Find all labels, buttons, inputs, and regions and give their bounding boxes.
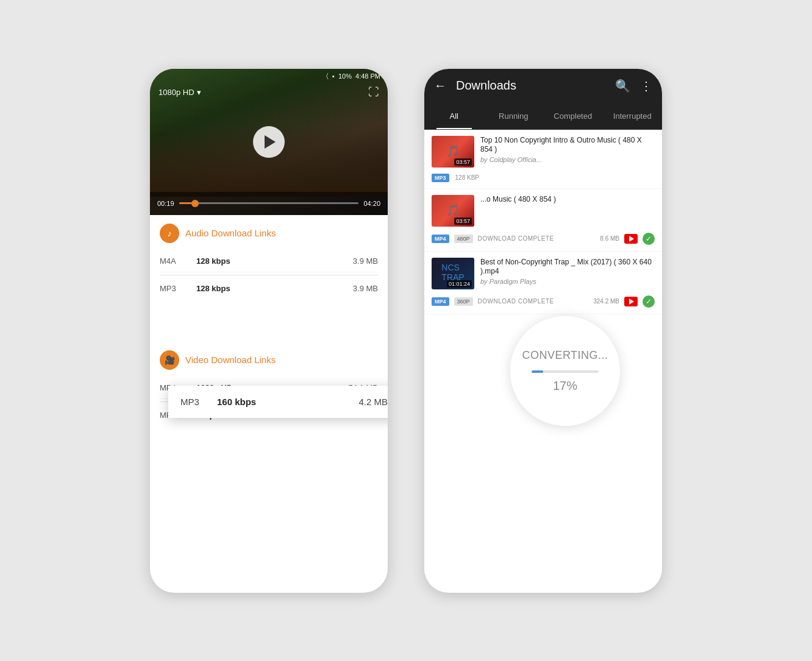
download-item-3-bottom: MP4 360P DOWNLOAD COMPLETE 324.2 MB ✓ xyxy=(432,295,655,308)
chevron-down-icon: ▾ xyxy=(197,88,201,97)
tab-interrupted[interactable]: Interrupted xyxy=(603,103,663,129)
download-item-1: 🎵 03:57 Top 10 Non Copyright Intro & Out… xyxy=(424,130,662,189)
audio-row-1[interactable]: M4A 128 kbps 3.9 MB xyxy=(160,250,378,272)
video-controls-top: 1080p HD ▾ ⛶ xyxy=(150,86,388,99)
quality-128-2: 128 kbps xyxy=(196,284,353,293)
check-icon-3: ✓ xyxy=(643,295,655,308)
format-badge-1: MP3 xyxy=(432,174,449,182)
battery-text: 10% xyxy=(338,72,352,80)
tabs-bar: All Running Completed Interrupted xyxy=(424,103,662,130)
download-info-3: Best of Non-Copyright Trap _ Mix (2017) … xyxy=(480,258,655,285)
status-text-3: DOWNLOAD COMPLETE xyxy=(478,298,589,305)
size-3: 324.2 MB xyxy=(593,298,619,305)
highlighted-download-row[interactable]: MP3 160 kbps 4.2 MB xyxy=(168,386,388,418)
wifi-icon: 〈 xyxy=(326,72,329,80)
thumbnail-3: NCSTRAP 01:01:24 xyxy=(432,258,474,289)
play-icon xyxy=(265,135,276,149)
time-text: 4:48 PM xyxy=(355,72,380,80)
format-badge-2: MP4 xyxy=(432,235,449,243)
search-icon[interactable]: 🔍 xyxy=(615,79,630,93)
download-item-2-bottom: MP4 480P DOWNLOAD COMPLETE 8.6 MB ✓ xyxy=(432,233,655,245)
audio-section-header: ♪ Audio Download Links xyxy=(160,215,378,250)
download-info-1: Top 10 Non Copyright Intro & Outro Music… xyxy=(480,136,655,163)
thumb-duration-2: 03:57 xyxy=(454,217,472,225)
play-button[interactable] xyxy=(253,126,285,158)
current-time: 00:19 xyxy=(157,200,174,207)
highlighted-format: MP3 xyxy=(180,397,217,407)
quality-badge-3: 360P xyxy=(454,297,473,306)
thumbnail-1: 🎵 03:57 xyxy=(432,136,474,168)
size-3-9-2: 3.9 MB xyxy=(353,284,378,293)
thumb-duration-3: 01:01:24 xyxy=(447,280,472,288)
download-author-3: by Paradigm Plays xyxy=(480,278,655,285)
quality-128-1: 128 kbps xyxy=(196,256,353,266)
total-time: 04:20 xyxy=(363,200,380,207)
format-m4a: M4A xyxy=(160,256,196,266)
converting-progress-track xyxy=(532,370,599,373)
video-section-title: Video Download Links xyxy=(185,355,276,365)
format-mp3: MP3 xyxy=(160,284,196,293)
highlighted-quality: 160 kbps xyxy=(217,397,358,407)
thumb-logo-1: 🎵 xyxy=(446,144,460,157)
check-icon-2: ✓ xyxy=(643,233,655,245)
thumb-duration-1: 03:57 xyxy=(454,158,472,166)
tab-running[interactable]: Running xyxy=(484,103,544,129)
highlighted-size: 4.2 MB xyxy=(358,397,388,407)
converting-text: CONVERTING... xyxy=(522,349,608,362)
status-text-2: DOWNLOAD COMPLETE xyxy=(478,235,596,242)
kbps-1: 128 KBP xyxy=(455,174,479,181)
video-section-header: 🎥 Video Download Links xyxy=(160,342,378,377)
download-item-1-top: 🎵 03:57 Top 10 Non Copyright Intro & Out… xyxy=(432,136,655,168)
youtube-icon-2[interactable] xyxy=(624,234,638,244)
youtube-icon-3[interactable] xyxy=(624,297,638,306)
back-button[interactable]: ← xyxy=(434,79,446,93)
size-2: 8.6 MB xyxy=(600,235,619,242)
size-3-9-1: 3.9 MB xyxy=(353,256,378,266)
download-title-1: Top 10 Non Copyright Intro & Outro Music… xyxy=(480,136,655,155)
left-phone: 〈 ▪ 10% 4:48 PM 1080p HD ▾ ⛶ 00:19 04:20 xyxy=(150,69,388,593)
format-badge-3: MP4 xyxy=(432,297,449,306)
video-player: 〈 ▪ 10% 4:48 PM 1080p HD ▾ ⛶ 00:19 04:20 xyxy=(150,69,388,215)
signal-icon: ▪ xyxy=(332,72,335,80)
audio-section-title: Audio Download Links xyxy=(185,228,276,238)
download-item-3-top: NCSTRAP 01:01:24 Best of Non-Copyright T… xyxy=(432,258,655,289)
progress-bar-area: 00:19 04:20 xyxy=(150,192,388,215)
download-info-2: ...o Music ( 480 X 854 ) xyxy=(480,195,655,206)
download-item-2: 🎵 03:57 ...o Music ( 480 X 854 ) MP4 480… xyxy=(424,189,662,252)
status-bar: 〈 ▪ 10% 4:48 PM xyxy=(150,69,388,83)
converting-progress-fill xyxy=(532,370,543,373)
progress-fill xyxy=(179,202,192,204)
download-title-2: ...o Music ( 480 X 854 ) xyxy=(480,195,655,205)
download-title-3: Best of Non-Copyright Trap _ Mix (2017) … xyxy=(480,258,655,277)
downloads-list: 🎵 03:57 Top 10 Non Copyright Intro & Out… xyxy=(424,130,662,590)
section-divider-1 xyxy=(160,275,378,275)
more-options-icon[interactable]: ⋮ xyxy=(640,79,652,93)
progress-track[interactable] xyxy=(179,202,359,204)
thumb-logo-3: NCSTRAP xyxy=(441,263,464,282)
thumbnail-2: 🎵 03:57 xyxy=(432,195,474,227)
converting-percent: 17% xyxy=(553,379,577,393)
video-icon: 🎥 xyxy=(160,350,179,370)
tab-completed[interactable]: Completed xyxy=(543,103,603,129)
download-author-1: by Coldplay Officia... xyxy=(480,156,655,163)
thumb-logo-2: 🎵 xyxy=(446,203,460,216)
quality-badge-2: 480P xyxy=(454,235,473,243)
resolution-label: 1080p HD xyxy=(158,88,194,97)
right-phone: ← Downloads 🔍 ⋮ All Running Completed In… xyxy=(424,69,662,593)
audio-row-2[interactable]: MP3 128 kbps 3.9 MB xyxy=(160,278,378,299)
audio-download-section: ♪ Audio Download Links M4A 128 kbps 3.9 … xyxy=(150,215,388,299)
download-item-3: NCSTRAP 01:01:24 Best of Non-Copyright T… xyxy=(424,252,662,314)
download-item-1-bottom: MP3 128 KBP xyxy=(432,174,655,182)
fullscreen-icon[interactable]: ⛶ xyxy=(368,86,379,99)
resolution-badge[interactable]: 1080p HD ▾ xyxy=(158,88,201,97)
converting-overlay: CONVERTING... 17% xyxy=(510,316,620,426)
app-bar: ← Downloads 🔍 ⋮ xyxy=(424,69,662,103)
audio-icon: ♪ xyxy=(160,224,179,243)
tab-all[interactable]: All xyxy=(424,103,484,129)
app-bar-title: Downloads xyxy=(456,79,605,93)
progress-thumb xyxy=(191,200,199,207)
download-item-2-top: 🎵 03:57 ...o Music ( 480 X 854 ) xyxy=(432,195,655,227)
